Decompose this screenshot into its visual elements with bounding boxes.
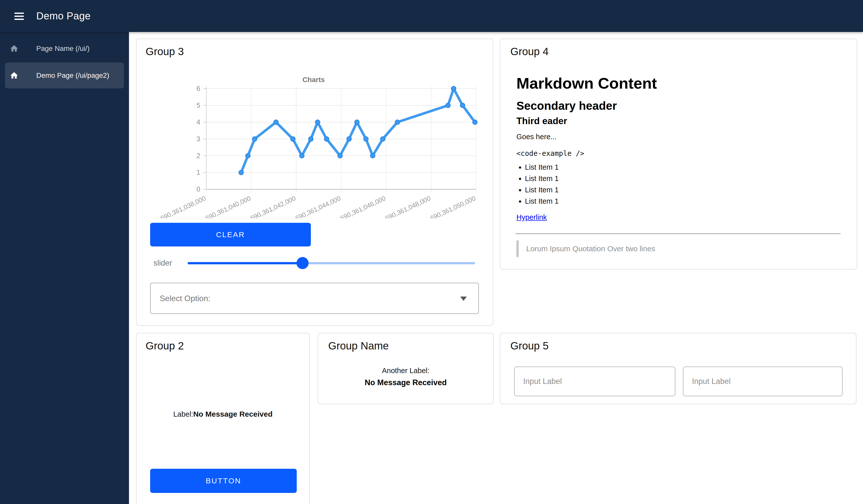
card-group-name: Group Name Another Label: No Message Rec… [318,333,494,404]
card-group-4: Group 4 Markdown Content Secondary heade… [500,39,857,270]
markdown-code: <code-example /> [516,149,841,158]
svg-text:1,690,361,044,000: 1,690,361,044,000 [289,194,342,218]
sidebar: Page Name (/ui/) Demo Page (/ui/page2) [0,32,129,504]
home-icon [10,71,18,80]
sidebar-item-demo-page[interactable]: Demo Page (/ui/page2) [5,62,124,88]
card-group-5: Group 5 [500,333,856,404]
svg-text:0: 0 [197,185,200,193]
svg-text:Charts: Charts [302,76,325,83]
svg-text:1,690,361,046,000: 1,690,361,046,000 [334,194,387,218]
svg-text:1: 1 [197,169,200,176]
svg-text:1,690,361,038,000: 1,690,361,038,000 [154,194,207,218]
card-title: Group Name [328,340,389,352]
card-title: Group 4 [510,46,549,57]
hyperlink[interactable]: Hyperlink [516,213,841,221]
label-value: No Message Received [193,410,273,418]
card-group-2: Group 2 Label:No Message Received BUTTON [136,333,310,504]
blockquote: Lorum Ipsum Quotation Over two lines [516,241,841,257]
label-prefix: Label: [173,410,193,418]
markdown-h2: Secondary header [516,99,841,113]
sidebar-item-label: Demo Page (/ui/page2) [36,72,109,80]
clear-button[interactable]: CLEAR [150,223,311,246]
card-title: Group 2 [146,340,184,352]
markdown-paragraph: Goes here... [516,133,841,141]
slider-thumb[interactable] [297,257,309,269]
top-app-bar: Demo Page [0,0,863,32]
card-title: Group 3 [146,46,184,57]
select-label: Select Option: [160,294,210,303]
line-chart: 01234561,690,361,038,0001,690,361,040,00… [141,74,481,218]
action-button[interactable]: BUTTON [150,469,297,493]
text-input-2[interactable] [683,366,842,396]
slider[interactable] [188,257,475,269]
list-item: List Item 1 [525,185,841,194]
slider-track[interactable] [188,262,475,264]
message-label-row: Label:No Message Received [137,410,309,418]
app-title: Demo Page [36,0,91,32]
list-item: List Item 1 [525,197,841,205]
svg-text:5: 5 [197,102,200,109]
markdown-h3: Third eader [516,116,841,126]
card-title: Group 5 [510,340,549,352]
sidebar-item-page-name[interactable]: Page Name (/ui/) [5,40,124,57]
card-group-3: Group 3 01234561,690,361,038,0001,690,36… [136,39,493,326]
text-input-1[interactable] [514,366,675,396]
svg-text:1,690,361,040,000: 1,690,361,040,000 [199,194,252,218]
svg-text:3: 3 [197,135,200,143]
chevron-down-icon [460,297,467,301]
svg-text:4: 4 [197,118,200,126]
slider-label: slider [153,259,172,268]
slider-fill [188,262,302,264]
markdown-list: List Item 1 List Item 1 List Item 1 List… [516,163,841,208]
markdown-h1: Markdown Content [516,74,841,92]
sidebar-item-label: Page Name (/ui/) [36,44,90,53]
list-item: List Item 1 [525,163,841,171]
divider [515,233,841,234]
home-icon [10,44,18,53]
another-label-value: No Message Received [318,378,493,387]
svg-text:1,690,361,042,000: 1,690,361,042,000 [244,194,297,218]
hamburger-menu-icon[interactable] [12,9,27,24]
svg-text:2: 2 [197,152,200,159]
svg-text:1,690,361,048,000: 1,690,361,048,000 [379,194,432,218]
svg-text:6: 6 [197,85,200,92]
list-item: List Item 1 [525,174,841,183]
another-label: Another Label: [318,366,493,375]
svg-text:1,690,361,050,000: 1,690,361,050,000 [424,194,477,218]
select-option-dropdown[interactable]: Select Option: [150,283,479,314]
